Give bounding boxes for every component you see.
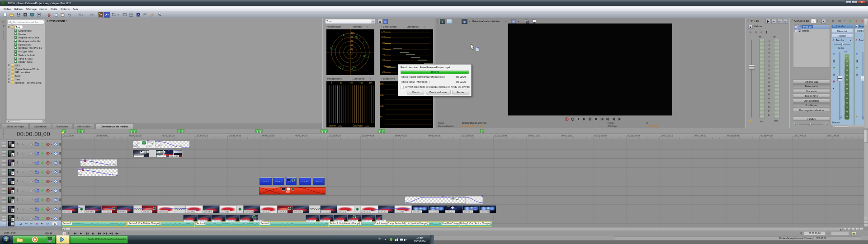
svg-text:Yl: Yl	[330, 47, 332, 49]
svg-text:Mg: Mg	[355, 36, 358, 38]
svg-text:G: G	[339, 66, 340, 68]
svg-text:B: B	[363, 55, 365, 57]
svg-text:R: R	[343, 34, 344, 37]
svg-text:Cy: Cy	[351, 68, 354, 70]
